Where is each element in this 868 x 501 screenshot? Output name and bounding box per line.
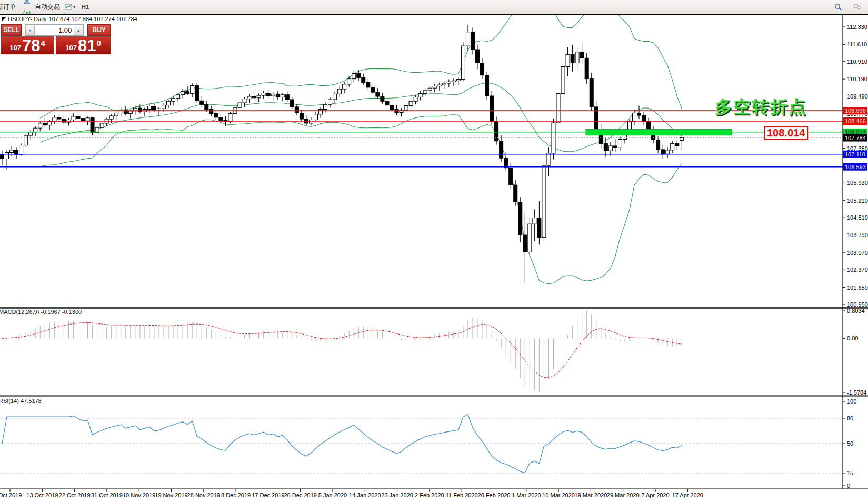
horizontal-level-lines <box>0 111 843 167</box>
sell-price-sup: 4 <box>41 38 45 47</box>
timeframe-bar: M1M5M15M30H1H4D1W1MN <box>77 0 97 14</box>
templates-button[interactable]: ▾ <box>63 1 77 13</box>
candle-body <box>247 96 251 99</box>
axis-tick-label: 110.910 <box>847 58 867 65</box>
signal-button[interactable] <box>21 7 33 14</box>
axis-tick-label: 103.070 <box>847 250 868 256</box>
candle-body <box>613 146 617 148</box>
candle-body <box>604 143 607 151</box>
volume-decrease-button[interactable]: ▼ <box>25 25 35 35</box>
buy-price-prefix: 107 <box>65 44 77 52</box>
candle-body <box>162 105 166 109</box>
candle-body <box>485 75 489 96</box>
volume-increase-button[interactable]: ▲ <box>74 25 83 35</box>
chart-canvas[interactable]: 112.330111.610110.910110.190109.490108.7… <box>0 14 868 501</box>
candle-body <box>138 108 142 112</box>
turning-point-annotation[interactable]: 多空转折点 <box>715 95 807 119</box>
candle-body <box>186 92 189 94</box>
svg-text:106.593: 106.593 <box>845 164 866 170</box>
price-level-label: 107.110 <box>843 151 867 158</box>
candle-body <box>5 152 9 159</box>
sell-button[interactable]: SELL <box>1 24 22 36</box>
candle-body <box>147 106 151 110</box>
search-button[interactable] <box>832 1 844 13</box>
chat-icon <box>853 3 861 11</box>
axis-tick-label: 105.930 <box>847 180 868 186</box>
candle-body <box>352 73 356 78</box>
candle-body <box>324 104 327 109</box>
date-tick-label: 5 Jan 2020 <box>318 492 347 498</box>
candle-body <box>34 128 37 132</box>
tab-timeframe-h1[interactable]: H1 <box>78 1 96 13</box>
candle-body <box>252 96 256 98</box>
new-order-label: 新订单 <box>0 3 16 12</box>
candle-body <box>257 95 261 98</box>
candle-body <box>414 97 417 101</box>
candle-body <box>228 113 232 121</box>
candle-body <box>295 107 298 113</box>
candle-body <box>642 115 646 122</box>
new-order-button[interactable]: 新订单 <box>0 1 19 13</box>
buy-button[interactable]: BUY <box>87 24 111 36</box>
date-tick-label: 10 Mar 2020 <box>542 492 575 498</box>
candle-body <box>314 114 317 120</box>
buy-price-display[interactable]: 107 81 0 <box>56 36 111 54</box>
volume-stepper: ▼ ▲ <box>25 24 84 36</box>
candle-body <box>571 54 574 63</box>
candle-body <box>290 100 294 107</box>
date-tick-label: 28 Nov 2019 <box>187 492 220 498</box>
date-tick-label: 14 Jan 2020 <box>349 492 381 498</box>
candle-body <box>418 93 422 97</box>
candle-body <box>128 111 132 114</box>
candle-body <box>528 224 532 252</box>
candle-body <box>219 117 223 121</box>
candle-body <box>357 73 361 77</box>
buy-price-main: 81 <box>78 38 96 54</box>
date-tick-label: 13 Oct 2019 <box>26 492 58 498</box>
macd-indicator[interactable] <box>2 311 682 392</box>
candle-body <box>333 94 337 100</box>
candle-body <box>109 116 113 119</box>
sell-price-prefix: 107 <box>9 44 21 52</box>
highlight-trend-bar[interactable] <box>586 129 732 135</box>
rsi-indicator[interactable] <box>0 415 843 474</box>
candle-body <box>518 202 522 235</box>
candle-body <box>276 94 280 97</box>
candle-body <box>167 101 171 105</box>
chart-svg[interactable]: 112.330111.610110.910110.190109.490108.7… <box>0 14 868 501</box>
candle-body <box>461 46 465 79</box>
axis-tick-label: 111.610 <box>847 41 867 47</box>
templates-icon <box>64 3 73 11</box>
candle-body <box>390 105 394 110</box>
bollinger-bands[interactable] <box>40 14 682 284</box>
candle-body <box>300 113 303 119</box>
candle-body <box>523 235 527 252</box>
price-level-label: 108.466 <box>843 117 867 125</box>
date-tick-label: 26 Dec 2019 <box>284 492 317 498</box>
candle-body <box>176 95 180 99</box>
candle-body <box>10 150 14 153</box>
time-axis[interactable]: Oct 201913 Oct 201922 Oct 201931 Oct 201… <box>0 489 703 498</box>
candle-body <box>366 83 370 87</box>
candle-body <box>490 96 494 122</box>
volume-input[interactable] <box>35 25 74 35</box>
sell-price-display[interactable]: 107 78 4 <box>1 36 54 54</box>
candle-body <box>680 138 684 141</box>
candle-body <box>214 113 218 117</box>
chart-ohlc-values: 107.674 107.884 107.274 107.784 <box>49 16 137 22</box>
candle-body <box>285 95 289 100</box>
accounts-button[interactable] <box>21 0 33 7</box>
date-tick-label: 8 Dec 2019 <box>221 492 251 498</box>
candle-body <box>632 113 636 121</box>
candle-body <box>29 132 33 135</box>
candle-body <box>24 135 28 145</box>
buy-price-sup: 0 <box>96 38 101 47</box>
price-level-annotation[interactable]: 108.014 <box>764 126 808 140</box>
axis-tick-label: 0 <box>847 483 850 489</box>
candle-body <box>447 82 451 83</box>
candle-body <box>500 141 503 158</box>
candle-body <box>381 96 384 101</box>
price-axis[interactable]: 112.330111.610110.910110.190109.490108.7… <box>843 24 868 489</box>
axis-tick-label: 80 <box>847 415 853 421</box>
chat-button[interactable] <box>851 1 863 13</box>
